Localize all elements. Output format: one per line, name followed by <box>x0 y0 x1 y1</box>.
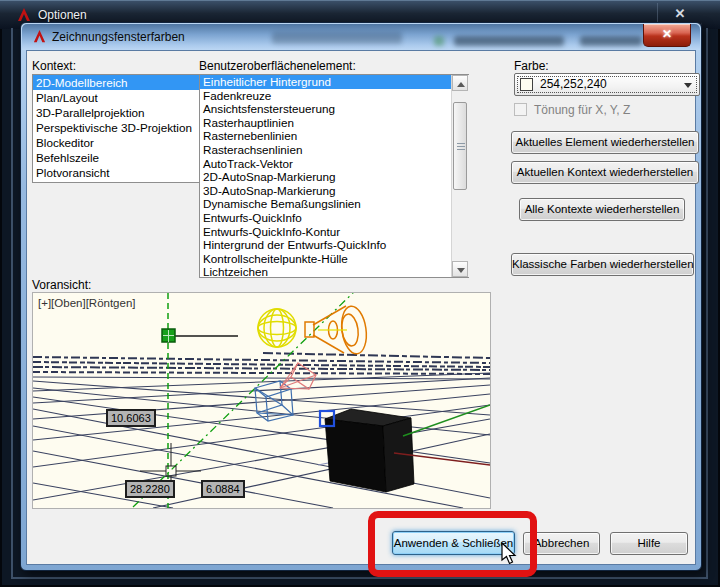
grip-handle <box>162 329 238 342</box>
thumb-grip-icon <box>457 143 465 150</box>
preview-scene <box>33 293 490 508</box>
ui-list-scrollbar[interactable] <box>451 75 469 277</box>
outer-frame-right-line <box>706 28 708 579</box>
preview-viewport[interactable]: [+][Oben][Röntgen] 10.6063 28.2280 6.088… <box>32 292 491 509</box>
list-item[interactable]: Rasterachsenlinien <box>200 143 451 157</box>
outer-frame-left-line <box>11 28 13 579</box>
voransicht-label: Voransicht: <box>32 278 91 292</box>
color-dropdown[interactable]: 254,252,240 <box>514 73 700 96</box>
scroll-up-button[interactable] <box>452 75 468 91</box>
restore-current-context-button[interactable]: Aktuellen Kontext wiederherstellen <box>511 161 699 184</box>
mouse-cursor-icon <box>501 542 521 566</box>
dynamic-input-tooltip: 28.2280 <box>125 480 175 498</box>
list-item[interactable]: 3D-Parallelprojektion <box>33 105 199 120</box>
kontext-list[interactable]: 2D-ModellbereichPlan/Layout3D-Parallelpr… <box>32 74 200 183</box>
list-item[interactable]: 2D-AutoSnap-Markierung <box>200 170 451 184</box>
list-item[interactable]: 3D-AutoSnap-Markierung <box>200 184 451 198</box>
list-item[interactable]: Fadenkreuze <box>200 89 451 103</box>
dialog-close-icon[interactable]: ✕ <box>643 24 691 47</box>
color-swatch <box>520 78 533 91</box>
glass-reflection <box>272 32 402 44</box>
list-item[interactable]: Plan/Layout <box>33 90 199 105</box>
list-item[interactable]: Rasterhauptlinien <box>200 116 451 130</box>
restore-current-element-button[interactable]: Aktuelles Element wiederherstellen <box>511 131 699 154</box>
list-item[interactable]: Befehlszeile <box>33 150 199 165</box>
farbe-label: Farbe: <box>514 59 549 73</box>
point-light-glyph <box>258 309 296 347</box>
optionen-window-title: Optionen <box>38 8 87 22</box>
chevron-down-icon <box>684 83 692 88</box>
glass-reflection <box>454 36 564 46</box>
list-item[interactable]: Entwurfs-QuickInfo <box>200 211 451 225</box>
dynamic-input-tooltip: 6.0884 <box>201 480 245 498</box>
list-item[interactable]: Dynamische Bemaßungslinien <box>200 197 451 211</box>
list-item[interactable]: 2D-Modellbereich <box>33 75 199 90</box>
list-item[interactable]: Lichtzeichen <box>200 265 451 278</box>
list-item[interactable]: Einheitlicher Hintergrund <box>200 75 451 89</box>
list-item[interactable]: Entwurfs-QuickInfo-Kontur <box>200 225 451 239</box>
glass-reflection <box>434 36 444 46</box>
screen: Optionen ✕ Zeichnungsfensterfarben ✕ Kon… <box>0 0 720 587</box>
list-item[interactable]: Hintergrund der Entwurfs-QuickInfo <box>200 238 451 252</box>
viewport-controls-label[interactable]: [+][Oben][Röntgen] <box>38 297 136 309</box>
autocad-icon <box>32 29 47 44</box>
restore-all-contexts-button[interactable]: Alle Kontexte wiederherstellen <box>519 198 685 221</box>
spotlight-glyph <box>305 305 369 356</box>
autocad-icon <box>16 7 32 23</box>
kontext-label: Kontext: <box>32 59 76 73</box>
list-item[interactable]: Plotvoransicht <box>33 165 199 180</box>
list-item[interactable]: Perspektivische 3D-Projektion <box>33 120 199 135</box>
zeichnungsfensterfarben-dialog: Zeichnungsfensterfarben ✕ Kontext: 2D-Mo… <box>20 22 702 571</box>
crosshair <box>140 443 201 483</box>
outer-frame-bottom-line <box>11 577 708 579</box>
toenung-label: Tönung für X, Y, Z <box>534 103 630 117</box>
dialog-titlebar[interactable]: Zeichnungsfensterfarben ✕ <box>22 24 700 50</box>
help-button[interactable]: Hilfe <box>610 532 688 555</box>
toenung-checkbox[interactable] <box>514 103 527 116</box>
list-item[interactable]: AutoTrack-Vektor <box>200 157 451 171</box>
arrow-up-icon <box>457 82 465 87</box>
scroll-down-button[interactable] <box>452 261 468 277</box>
color-value: 254,252,240 <box>540 77 607 91</box>
scrollbar-thumb[interactable] <box>453 102 467 190</box>
list-item[interactable]: Kontrollscheitelpunkte-Hülle <box>200 252 451 266</box>
dialog-title: Zeichnungsfensterfarben <box>52 30 185 44</box>
ui-element-list[interactable]: Einheitlicher HintergrundFadenkreuzeAnsi… <box>199 74 469 278</box>
glass-reflection <box>580 36 642 46</box>
list-item[interactable]: Blockeditor <box>33 135 199 150</box>
dynamic-input-tooltip: 10.6063 <box>106 409 156 427</box>
dialog-client-area: Kontext: 2D-ModellbereichPlan/Layout3D-P… <box>26 50 696 565</box>
list-item[interactable]: Ansichtsfenstersteuerung <box>200 102 451 116</box>
solid-cube <box>325 409 414 492</box>
list-item[interactable]: Rasternebenlinien <box>200 129 451 143</box>
restore-classic-colors-button[interactable]: Klassische Farben wiederherstellen <box>511 253 694 276</box>
ui-element-label: Benutzeroberflächenelement: <box>199 59 356 73</box>
arrow-down-icon <box>457 268 465 273</box>
grid-major-lines <box>33 353 490 374</box>
